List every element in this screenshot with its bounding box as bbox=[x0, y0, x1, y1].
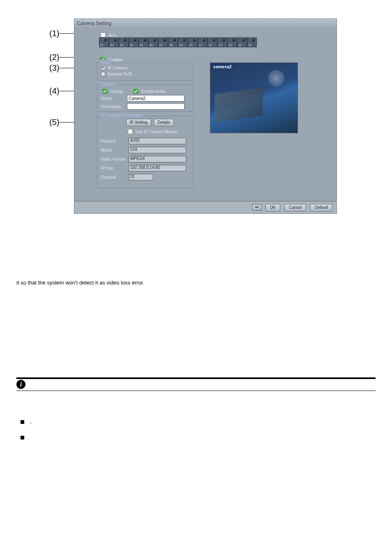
cam-thumb-14[interactable]: 14 bbox=[227, 37, 237, 47]
details-button[interactable]: Details bbox=[154, 119, 174, 126]
square-bullet-icon bbox=[21, 436, 24, 439]
protocol-value: AXIS bbox=[129, 138, 186, 144]
use-ip-camera-motion-label: Use IP Camera Motion bbox=[136, 130, 177, 134]
camera-setting-dialog: Camera Setting ALL 01 02 03 04 05 06 07 … bbox=[74, 18, 337, 214]
camera-groupbox: Camera Display Enable Audio Name bbox=[97, 85, 194, 112]
video-format-label: Video Format bbox=[101, 157, 125, 162]
cam-thumb-12[interactable]: 12 bbox=[208, 37, 217, 47]
cam-thumb-10[interactable]: 10 bbox=[188, 37, 198, 47]
camera-thumbnails-row: 01 02 03 04 05 06 07 08 09 10 11 12 13 1… bbox=[99, 37, 257, 47]
preview-label: camera2 bbox=[212, 64, 233, 69]
cam-thumb-09[interactable]: 09 bbox=[178, 37, 188, 47]
callout-4-label: (4) bbox=[49, 86, 59, 96]
ok-button[interactable]: OK bbox=[265, 204, 280, 211]
camera-legend: Camera bbox=[100, 82, 117, 86]
cam-thumb-08[interactable]: 08 bbox=[168, 37, 178, 47]
bullet-1-text: , bbox=[30, 418, 376, 425]
ip-setting-button[interactable]: IP Setting bbox=[126, 119, 151, 126]
cam-thumb-13[interactable]: 13 bbox=[217, 37, 227, 47]
divider-thin bbox=[16, 391, 376, 391]
enable-audio-checkbox[interactable] bbox=[134, 89, 138, 94]
video-format-value: MPEG4 bbox=[129, 156, 186, 162]
protocol-label: Protocol bbox=[101, 139, 125, 143]
cam-thumb-04[interactable]: 04 bbox=[129, 37, 138, 47]
page: (1) (2) (3) (4) (5) Camera Setting ALL bbox=[0, 16, 392, 456]
keyboard-icon[interactable]: ⌨ bbox=[252, 204, 261, 210]
cam-thumb-07[interactable]: 07 bbox=[158, 37, 168, 47]
cam-thumb-16[interactable]: 16 bbox=[247, 37, 257, 47]
info-row: i bbox=[16, 380, 376, 389]
description-label: Description bbox=[101, 104, 124, 109]
cam-thumb-11[interactable]: 11 bbox=[198, 37, 208, 47]
cam-thumb-03[interactable]: 03 bbox=[119, 37, 129, 47]
name-input[interactable] bbox=[127, 95, 184, 102]
enable-audio-checkbox-row: Enable Audio bbox=[132, 88, 166, 95]
use-ip-camera-motion-checkbox[interactable] bbox=[128, 129, 133, 134]
default-button[interactable]: Default bbox=[310, 204, 332, 211]
input-legend: Input bbox=[100, 60, 111, 64]
dialog-footer: ⌨ OK Cancel Default bbox=[74, 201, 337, 213]
cam-thumb-01[interactable]: 01 bbox=[99, 37, 109, 47]
ip-info-legend: IP Camera Information bbox=[100, 113, 143, 118]
dialog-wrap: (1) (2) (3) (4) (5) Camera Setting ALL bbox=[0, 16, 392, 230]
ip-port-value: 192.168.0.14:80 bbox=[129, 165, 186, 171]
cancel-button[interactable]: Cancel bbox=[284, 204, 306, 211]
model-value: 214 bbox=[129, 147, 186, 153]
all-label: ALL bbox=[108, 32, 117, 37]
remote-dvr-radio[interactable]: Remote DVR bbox=[101, 72, 132, 76]
description-input[interactable] bbox=[127, 103, 184, 110]
cam-thumb-15[interactable]: 15 bbox=[237, 37, 247, 47]
remote-dvr-radio-label: Remote DVR bbox=[108, 72, 132, 76]
preview-scene-console bbox=[215, 88, 263, 122]
divider-thick bbox=[16, 377, 376, 379]
display-label: Display bbox=[110, 89, 124, 94]
callout-3-label: (3) bbox=[49, 63, 59, 73]
cam-thumb-02[interactable]: 02 bbox=[109, 37, 119, 47]
info-icon: i bbox=[16, 380, 25, 389]
ip-info-groupbox: IP Camera Information IP Setting Details… bbox=[97, 116, 194, 188]
bullet-row-1: , bbox=[21, 418, 376, 425]
use-ip-camera-motion-row: Use IP Camera Motion bbox=[126, 128, 177, 135]
channel-label: Channel bbox=[101, 175, 125, 180]
preview-panel: camera2 bbox=[210, 62, 298, 133]
ip-camera-radio[interactable]: IP Camera bbox=[101, 65, 132, 70]
display-checkbox[interactable] bbox=[102, 89, 107, 94]
callout-5-label: (5) bbox=[49, 118, 59, 127]
video-loss-sentence: it so that the system won't detect it as… bbox=[16, 280, 376, 286]
body-text: it so that the system won't detect it as… bbox=[0, 230, 392, 439]
callout-1-label: (1) bbox=[49, 29, 59, 38]
square-bullet-icon bbox=[21, 420, 24, 424]
bullet-row-2 bbox=[21, 434, 376, 439]
ip-camera-radio-label: IP Camera bbox=[108, 66, 127, 70]
callout-2-label: (2) bbox=[49, 53, 59, 62]
ip-port-label: IP:Port bbox=[101, 166, 125, 171]
enable-audio-label: Enable Audio bbox=[141, 89, 166, 94]
cam-thumb-06[interactable]: 06 bbox=[148, 37, 158, 47]
dialog-title: Camera Setting bbox=[74, 19, 337, 28]
name-label: Name bbox=[101, 96, 124, 101]
cam-thumb-05[interactable]: 05 bbox=[138, 37, 148, 47]
model-label: Model bbox=[101, 148, 125, 153]
preview-scene-light bbox=[268, 70, 284, 86]
display-checkbox-row: Display bbox=[101, 88, 124, 95]
all-checkbox[interactable] bbox=[101, 32, 106, 37]
channel-value: 01 bbox=[129, 174, 153, 180]
input-groupbox: Input IP Camera Remote DVR bbox=[97, 62, 194, 81]
